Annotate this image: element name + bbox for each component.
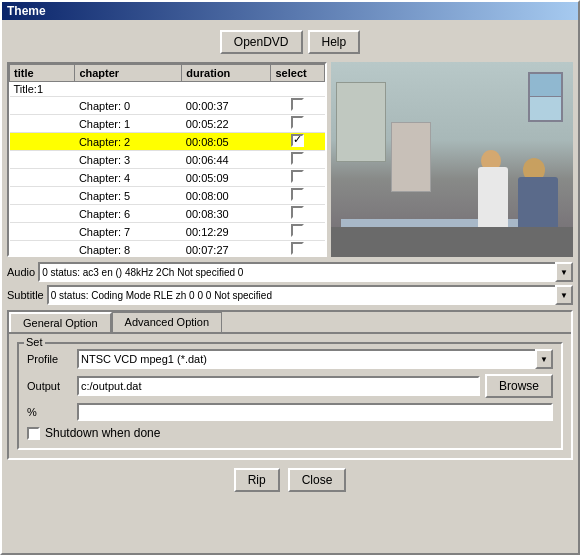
col-title-header: title	[10, 65, 75, 82]
chapter-table-container: title chapter duration select Title:1 Ch…	[7, 62, 327, 257]
profile-row: Profile NTSC VCD mpeg1 (*.dat) PAL VCD m…	[27, 349, 553, 369]
chapter-select-cell[interactable]	[271, 205, 325, 223]
chapter-title-cell	[10, 115, 75, 133]
table-row[interactable]: Chapter: 2 00:08:05	[10, 133, 325, 151]
chapter-name-cell: Chapter: 8	[75, 241, 182, 256]
main-area: title chapter duration select Title:1 Ch…	[7, 62, 573, 257]
chapter-checkbox-7[interactable]	[291, 224, 304, 237]
set-legend: Set	[24, 336, 45, 348]
title-cell: Title:1	[10, 82, 325, 97]
chapter-name-cell: Chapter: 1	[75, 115, 182, 133]
chapter-duration-cell: 00:05:09	[182, 169, 271, 187]
title-row: Title:1	[10, 82, 325, 97]
chapter-title-cell	[10, 97, 75, 115]
chapter-title-cell	[10, 133, 75, 151]
chapter-name-cell: Chapter: 6	[75, 205, 182, 223]
table-row[interactable]: Chapter: 6 00:08:30	[10, 205, 325, 223]
subtitle-dropdown-wrapper[interactable]: 0 status: Coding Mode RLE zh 0 0 0 Not s…	[47, 285, 573, 305]
title-bar: Theme	[2, 2, 578, 20]
chapter-name-cell: Chapter: 7	[75, 223, 182, 241]
table-row[interactable]: Chapter: 0 00:00:37	[10, 97, 325, 115]
table-row[interactable]: Chapter: 5 00:08:00	[10, 187, 325, 205]
chapter-select-cell[interactable]	[271, 97, 325, 115]
chapter-duration-cell: 00:06:44	[182, 151, 271, 169]
rip-button[interactable]: Rip	[234, 468, 280, 492]
chapter-name-cell: Chapter: 4	[75, 169, 182, 187]
chapter-checkbox-3[interactable]	[291, 152, 304, 165]
table-row[interactable]: Chapter: 7 00:12:29	[10, 223, 325, 241]
chapter-select-cell[interactable]	[271, 151, 325, 169]
profile-label: Profile	[27, 353, 72, 365]
tab-general[interactable]: General Option	[9, 312, 112, 332]
chapter-checkbox-0[interactable]	[291, 98, 304, 111]
chapter-title-cell	[10, 223, 75, 241]
table-row[interactable]: Chapter: 1 00:05:22	[10, 115, 325, 133]
toolbar: OpenDVD Help	[7, 25, 573, 54]
chapter-checkbox-6[interactable]	[291, 206, 304, 219]
chapter-select-cell[interactable]	[271, 223, 325, 241]
progress-bar	[77, 403, 553, 421]
close-button[interactable]: Close	[288, 468, 347, 492]
table-row[interactable]: Chapter: 3 00:06:44	[10, 151, 325, 169]
chapter-checkbox-2[interactable]	[291, 134, 304, 147]
chapter-checkbox-5[interactable]	[291, 188, 304, 201]
opendvd-button[interactable]: OpenDVD	[220, 30, 303, 54]
set-group: Set Profile NTSC VCD mpeg1 (*.dat) PAL V…	[17, 342, 563, 450]
profile-select[interactable]: NTSC VCD mpeg1 (*.dat) PAL VCD mpeg1 (*.…	[77, 349, 553, 369]
chapter-duration-cell: 00:07:27	[182, 241, 271, 256]
chapter-select-cell[interactable]	[271, 133, 325, 151]
chapter-title-cell	[10, 187, 75, 205]
chapter-duration-cell: 00:12:29	[182, 223, 271, 241]
percent-label: %	[27, 406, 72, 418]
window-title: Theme	[7, 4, 46, 18]
main-window: Theme OpenDVD Help title chapter durati	[0, 0, 580, 555]
chapter-name-cell: Chapter: 3	[75, 151, 182, 169]
tab-header: General Option Advanced Option	[9, 312, 571, 332]
audio-row: Audio 0 status: ac3 en () 48kHz 2Ch Not …	[7, 262, 573, 282]
scene-window	[528, 72, 563, 122]
output-row: Output Browse	[27, 374, 553, 398]
chapter-duration-cell: 00:00:37	[182, 97, 271, 115]
chapter-duration-cell: 00:08:30	[182, 205, 271, 223]
chapter-title-cell	[10, 241, 75, 256]
col-chapter-header: chapter	[75, 65, 182, 82]
col-select-header: select	[271, 65, 325, 82]
shutdown-label: Shutdown when done	[45, 426, 160, 440]
scene-cabinet	[336, 82, 386, 162]
chapter-select-cell[interactable]	[271, 115, 325, 133]
chapter-checkbox-4[interactable]	[291, 170, 304, 183]
output-input[interactable]	[77, 376, 480, 396]
audio-dropdown-wrapper[interactable]: 0 status: ac3 en () 48kHz 2Ch Not specif…	[38, 262, 573, 282]
chapter-select-cell[interactable]	[271, 187, 325, 205]
progress-row: %	[27, 403, 553, 421]
table-row[interactable]: Chapter: 4 00:05:09	[10, 169, 325, 187]
preview-area	[331, 62, 573, 257]
browse-button[interactable]: Browse	[485, 374, 553, 398]
table-row[interactable]: Chapter: 8 00:07:27	[10, 241, 325, 256]
chapter-checkbox-1[interactable]	[291, 116, 304, 129]
chapter-select-cell[interactable]	[271, 241, 325, 256]
subtitle-row: Subtitle 0 status: Coding Mode RLE zh 0 …	[7, 285, 573, 305]
profile-wrapper[interactable]: NTSC VCD mpeg1 (*.dat) PAL VCD mpeg1 (*.…	[77, 349, 553, 369]
help-button[interactable]: Help	[308, 30, 361, 54]
tab-advanced[interactable]: Advanced Option	[112, 312, 222, 332]
chapter-title-cell	[10, 151, 75, 169]
chapter-name-cell: Chapter: 5	[75, 187, 182, 205]
chapter-duration-cell: 00:05:22	[182, 115, 271, 133]
audio-label: Audio	[7, 266, 35, 278]
chapter-title-cell	[10, 169, 75, 187]
tab-content-general: Set Profile NTSC VCD mpeg1 (*.dat) PAL V…	[9, 332, 571, 458]
output-label: Output	[27, 380, 72, 392]
chapter-name-cell: Chapter: 2	[75, 133, 182, 151]
chapter-duration-cell: 00:08:00	[182, 187, 271, 205]
subtitle-select[interactable]: 0 status: Coding Mode RLE zh 0 0 0 Not s…	[47, 285, 573, 305]
chapter-select-cell[interactable]	[271, 169, 325, 187]
chapter-title-cell	[10, 205, 75, 223]
shutdown-checkbox[interactable]	[27, 427, 40, 440]
subtitle-label: Subtitle	[7, 289, 44, 301]
bottom-buttons: Rip Close	[7, 468, 573, 492]
chapter-duration-cell: 00:08:05	[182, 133, 271, 151]
tabs-area: General Option Advanced Option Set Profi…	[7, 310, 573, 460]
audio-select[interactable]: 0 status: ac3 en () 48kHz 2Ch Not specif…	[38, 262, 573, 282]
chapter-checkbox-8[interactable]	[291, 242, 304, 255]
